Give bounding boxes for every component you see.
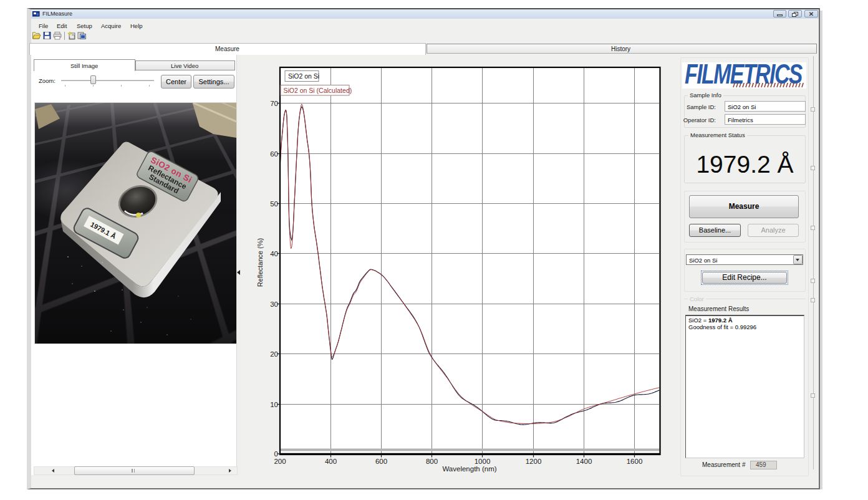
svg-text:20: 20 (270, 350, 278, 358)
svg-text:Wavelength (nm): Wavelength (nm) (442, 465, 496, 473)
svg-text:600: 600 (375, 458, 387, 465)
svg-text:400: 400 (325, 458, 337, 465)
svg-text:1200: 1200 (526, 458, 542, 465)
svg-text:Reflectance (%): Reflectance (%) (256, 238, 264, 287)
svg-text:1000: 1000 (475, 458, 491, 465)
svg-text:0: 0 (274, 450, 278, 458)
svg-text:800: 800 (426, 458, 438, 465)
svg-text:50: 50 (270, 200, 278, 208)
svg-text:10: 10 (270, 401, 278, 408)
svg-text:1600: 1600 (627, 458, 643, 465)
svg-text:30: 30 (270, 300, 278, 308)
svg-text:40: 40 (270, 250, 278, 257)
svg-text:SiO2 on Si: SiO2 on Si (288, 72, 319, 80)
svg-text:60: 60 (270, 150, 278, 158)
svg-text:1400: 1400 (576, 458, 592, 465)
svg-text:70: 70 (270, 100, 278, 107)
svg-text:SiO2 on Si (Calculated): SiO2 on Si (Calculated) (284, 87, 352, 94)
svg-text:200: 200 (274, 458, 286, 465)
